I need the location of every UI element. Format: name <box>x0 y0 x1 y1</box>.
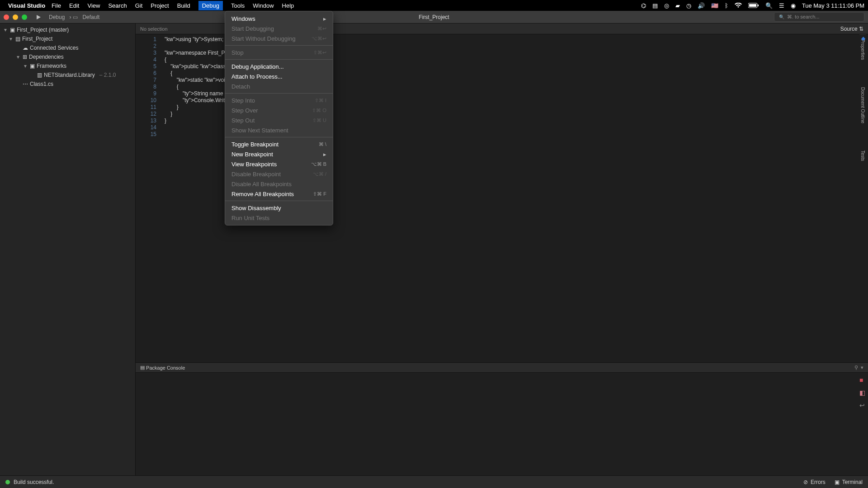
chevron-right-icon: › <box>69 14 71 20</box>
tests-tab[interactable]: Tests <box>859 146 866 165</box>
siri-icon[interactable]: ◉ <box>791 2 796 9</box>
frameworks-label: Frameworks <box>37 63 66 69</box>
project-node[interactable]: ▾ ▤ First_Project <box>0 34 135 43</box>
global-search-input[interactable]: ⌘. to search... <box>774 12 864 22</box>
menu-window[interactable]: Window <box>253 2 274 9</box>
netstandard-label: NETStandard.Library <box>44 72 95 78</box>
status-ok-icon <box>5 480 10 484</box>
debug-menu-item: Stop⇧⌘↩ <box>225 47 333 57</box>
netstandard-node[interactable]: ▥ NETStandard.Library – 2.1.0 <box>0 70 135 80</box>
window-title: First_Project <box>419 14 449 20</box>
breadcrumb-text: No selection <box>140 26 168 32</box>
notifications-icon[interactable]: ▰ <box>675 2 680 9</box>
battery-icon[interactable] <box>748 3 759 8</box>
terminal-icon: ▣ <box>835 479 840 485</box>
library-icon: ▥ <box>37 72 42 78</box>
terminal-button[interactable]: ▣ Terminal <box>835 479 863 485</box>
debug-menu-item[interactable]: Show Disassembly <box>225 203 333 213</box>
connected-services-label: Connected Services <box>30 45 78 51</box>
connected-services-node[interactable]: ☁ Connected Services <box>0 43 135 52</box>
wrap-icon[interactable]: ↩ <box>859 402 865 409</box>
system-tray: ⌬ ▤ ◎ ▰ ◷ 🔊 🇺🇸 ᛒ 🔍 ☰ ◉ Tue May 3 11:11:0… <box>641 2 864 9</box>
run-button[interactable] <box>35 14 42 20</box>
frameworks-node[interactable]: ▾ ▣ Frameworks <box>0 61 135 70</box>
debug-menu-item: Disable All Breakpoints <box>225 179 333 189</box>
clock-tray-icon[interactable]: ◷ <box>686 2 691 9</box>
status-bar: Build successful. ⊘ Errors ▣ Terminal <box>0 475 868 488</box>
disclosure-icon: ▾ <box>3 27 8 33</box>
svg-rect-1 <box>749 4 756 7</box>
package-icon: ⊞ <box>23 54 27 60</box>
zoom-window-button[interactable] <box>22 14 27 20</box>
debug-menu-item[interactable]: Remove All Breakpoints⇧⌘ F <box>225 189 333 199</box>
debug-menu-item[interactable]: Debug Application... <box>225 61 333 71</box>
dependencies-node[interactable]: ▾ ⊞ Dependencies <box>0 52 135 61</box>
menu-build[interactable]: Build <box>177 2 190 9</box>
debug-menu-item[interactable]: Windows▸ <box>225 14 333 23</box>
close-panel-icon[interactable]: ▾ <box>861 365 863 371</box>
stop-icon[interactable]: ■ <box>859 376 865 384</box>
menu-debug[interactable]: Debug <box>198 1 223 10</box>
debug-menu-item: Start Without Debugging⌥⌘↩ <box>225 33 333 43</box>
menu-help[interactable]: Help <box>282 2 294 9</box>
document-outline-tab[interactable]: Document Outline <box>859 83 866 128</box>
pin-icon[interactable]: ⚲ <box>854 365 858 371</box>
source-view-toggle[interactable]: Source ⇅ <box>840 26 863 32</box>
app-name[interactable]: Visual Studio <box>8 2 45 9</box>
solution-root[interactable]: ▾ ▣ First_Project (master) <box>0 25 135 34</box>
folder-icon: ▣ <box>30 63 35 69</box>
dependencies-label: Dependencies <box>29 54 64 60</box>
debug-menu-item: Disable Breakpoint⌥⌘ / <box>225 169 333 179</box>
dropbox-icon[interactable]: ⌬ <box>641 2 646 9</box>
netstandard-version: – 2.1.0 <box>99 72 116 78</box>
window-controls <box>4 14 27 20</box>
menu-tools[interactable]: Tools <box>231 2 245 9</box>
solution-explorer: ▾ ▣ First_Project (master) ▾ ▤ First_Pro… <box>0 23 136 475</box>
disclosure-icon: ▾ <box>23 63 28 69</box>
menu-file[interactable]: File <box>52 2 61 9</box>
menu-view[interactable]: View <box>87 2 100 9</box>
finder-tray-icon[interactable]: ▤ <box>652 2 658 9</box>
solution-name: First_Project (master) <box>17 27 69 33</box>
debug-menu-item[interactable]: New Breakpoint▸ <box>225 149 333 159</box>
console-icon: ▤ <box>140 365 145 371</box>
debug-menu-item[interactable]: View Breakpoints⌥⌘ B <box>225 159 333 169</box>
debug-menu-item[interactable]: Toggle Breakpoint⌘ \ <box>225 139 333 149</box>
menubar-clock[interactable]: Tue May 3 11:11:06 PM <box>802 2 864 9</box>
minimize-window-button[interactable] <box>13 14 18 20</box>
output-panel: ▤ Package Console ⚲ ▾ ■ ◧ ↩ <box>136 362 868 475</box>
error-icon: ⊘ <box>803 479 808 485</box>
project-icon: ▤ <box>15 36 20 42</box>
run-config-selector[interactable]: Debug › ▭ Default <box>46 13 102 21</box>
disclosure-icon: ▾ <box>15 54 21 60</box>
debug-menu-item[interactable]: Attach to Process... <box>225 71 333 81</box>
errors-button[interactable]: ⊘ Errors <box>803 479 826 485</box>
marker-icon: ◆ <box>861 35 865 42</box>
class1-filename: Class1.cs <box>30 81 53 87</box>
close-window-button[interactable] <box>4 14 9 20</box>
menu-search[interactable]: Search <box>108 2 127 9</box>
menu-project[interactable]: Project <box>151 2 169 9</box>
disclosure-icon: ▾ <box>8 36 14 42</box>
menu-git[interactable]: Git <box>135 2 143 9</box>
debug-menu-item: Detach <box>225 81 333 91</box>
control-center-icon[interactable]: ☰ <box>779 2 784 9</box>
clear-icon[interactable]: ◧ <box>859 389 865 396</box>
project-name: First_Project <box>22 36 52 42</box>
debug-menu-item: Start Debugging⌘↩ <box>225 23 333 33</box>
menu-edit[interactable]: Edit <box>69 2 79 9</box>
wifi-icon[interactable] <box>735 3 742 8</box>
mac-menubar: Visual Studio FileEditViewSearchGitProje… <box>0 0 868 11</box>
spotlight-icon[interactable]: 🔍 <box>765 2 773 9</box>
volume-icon[interactable]: 🔊 <box>698 2 705 9</box>
debug-menu-dropdown: Windows▸Start Debugging⌘↩Start Without D… <box>225 11 333 225</box>
svg-rect-2 <box>758 5 759 6</box>
debug-menu-item: Run Unit Tests <box>225 213 333 223</box>
debug-menu-item: Step Out⇧⌘ U <box>225 115 333 125</box>
bluetooth-icon[interactable]: ᛒ <box>725 2 728 9</box>
debug-menu-item: Step Over⇧⌘ O <box>225 105 333 115</box>
panel-title[interactable]: Package Console <box>146 365 185 371</box>
class1-file-node[interactable]: ⋯ Class1.cs <box>0 80 135 89</box>
flag-icon[interactable]: 🇺🇸 <box>711 2 718 9</box>
sync-icon[interactable]: ◎ <box>664 2 669 9</box>
